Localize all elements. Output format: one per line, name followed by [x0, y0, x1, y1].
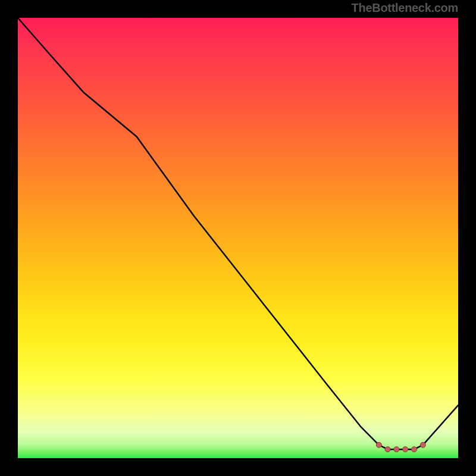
- data-marker: [412, 447, 417, 452]
- data-marker: [385, 447, 390, 452]
- data-marker: [420, 442, 425, 447]
- data-marker: [403, 447, 408, 452]
- data-marker: [376, 442, 381, 447]
- data-marker: [394, 447, 399, 452]
- attribution-text: TheBottleneck.com: [352, 1, 458, 15]
- line-series: [18, 18, 458, 458]
- plot-area: [18, 18, 458, 458]
- chart-container: TheBottleneck.com: [0, 0, 476, 476]
